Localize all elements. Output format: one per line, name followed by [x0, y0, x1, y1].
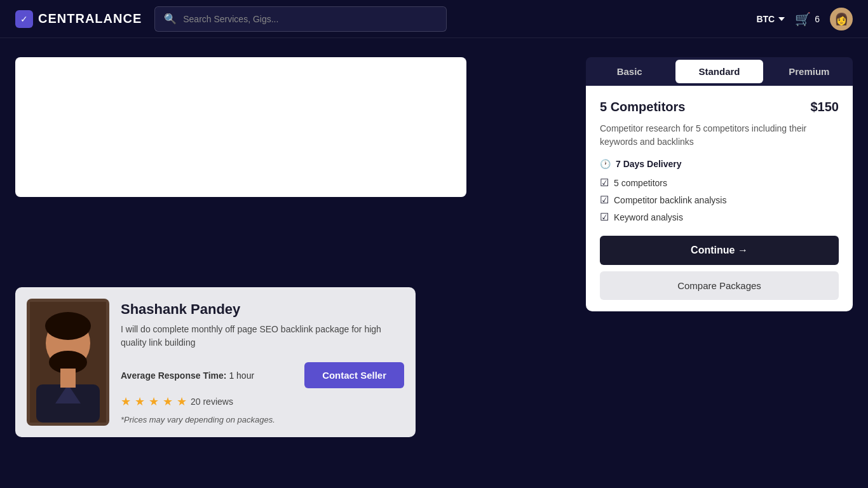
gig-image: [15, 57, 466, 197]
search-input[interactable]: [183, 14, 437, 24]
check-icon-1: ☑: [600, 177, 609, 189]
feature-3: Keyword analysis: [614, 212, 683, 222]
currency-label: BTC: [756, 14, 775, 24]
clock-icon: 🕐: [600, 159, 611, 169]
compare-packages-button[interactable]: Compare Packages: [600, 271, 839, 300]
response-label: Average Response Time:: [121, 370, 227, 381]
main-content: Shashank Pandey I will do complete month…: [0, 38, 868, 488]
star-5: ★: [177, 395, 187, 409]
package-header: 5 Competitors $150: [600, 100, 839, 114]
seller-name: Shashank Pandey: [121, 301, 404, 318]
avatar[interactable]: 👩: [830, 8, 853, 30]
check-icon-2: ☑: [600, 194, 609, 206]
seller-tagline: I will do complete monthly off page SEO …: [121, 323, 404, 349]
continue-button[interactable]: Continue →: [600, 236, 839, 265]
package-title: 5 Competitors: [600, 100, 685, 114]
search-bar[interactable]: 🔍: [154, 6, 447, 32]
features-list: ☑ 5 competitors ☑ Competitor backlink an…: [600, 177, 839, 223]
seller-card: Shashank Pandey I will do complete month…: [15, 287, 416, 437]
star-1: ★: [121, 395, 131, 409]
star-4: ★: [163, 395, 173, 409]
package-card: 5 Competitors $150 Competitor research f…: [586, 86, 853, 311]
stars-area: ★ ★ ★ ★ ★ 20 reviews: [121, 395, 404, 409]
right-panel: Basic Standard Premium 5 Competitors $15…: [586, 57, 853, 311]
search-icon: 🔍: [164, 13, 177, 25]
cart-count: 6: [815, 14, 820, 24]
seller-avatar: [27, 299, 109, 426]
star-2: ★: [135, 395, 145, 409]
feature-1: 5 competitors: [614, 178, 667, 188]
logo-area: ✓ CENTRALANCE: [15, 10, 142, 28]
price-note: *Prices may vary depending on packages.: [121, 415, 404, 424]
tab-premium[interactable]: Premium: [766, 57, 853, 86]
logo-text: CENTRALANCE: [38, 11, 142, 26]
feature-item: ☑ 5 competitors: [600, 177, 839, 189]
chevron-down-icon: [778, 17, 785, 21]
feature-2: Competitor backlink analysis: [614, 195, 726, 205]
delivery-label: 7 Days Delivery: [616, 159, 682, 169]
svg-rect-6: [60, 369, 76, 388]
tab-basic[interactable]: Basic: [586, 57, 673, 86]
logo-icon: ✓: [15, 10, 33, 28]
seller-meta: Average Response Time: 1 hour Contact Se…: [121, 362, 404, 388]
feature-item: ☑ Keyword analysis: [600, 211, 839, 223]
package-description: Competitor research for 5 competitors in…: [600, 122, 839, 149]
left-panel: Shashank Pandey I will do complete month…: [15, 57, 517, 469]
response-value: 1 hour: [229, 370, 254, 381]
cart-area[interactable]: 🛒 6: [795, 11, 820, 27]
tab-standard[interactable]: Standard: [675, 60, 763, 83]
check-icon-3: ☑: [600, 211, 609, 223]
header: ✓ CENTRALANCE 🔍 BTC 🛒 6 👩: [0, 0, 868, 38]
reviews-count: 20 reviews: [191, 396, 233, 407]
contact-seller-button[interactable]: Contact Seller: [304, 362, 404, 388]
delivery-row: 🕐 7 Days Delivery: [600, 159, 839, 169]
star-3: ★: [149, 395, 159, 409]
header-right: BTC 🛒 6 👩: [756, 8, 853, 30]
response-time: Average Response Time: 1 hour: [121, 370, 254, 381]
seller-info: Shashank Pandey I will do complete month…: [121, 299, 404, 424]
cart-icon: 🛒: [795, 11, 811, 27]
package-tabs: Basic Standard Premium: [586, 57, 853, 86]
package-price: $150: [811, 100, 839, 114]
svg-point-2: [45, 312, 91, 340]
feature-item: ☑ Competitor backlink analysis: [600, 194, 839, 206]
currency-selector[interactable]: BTC: [756, 14, 785, 24]
